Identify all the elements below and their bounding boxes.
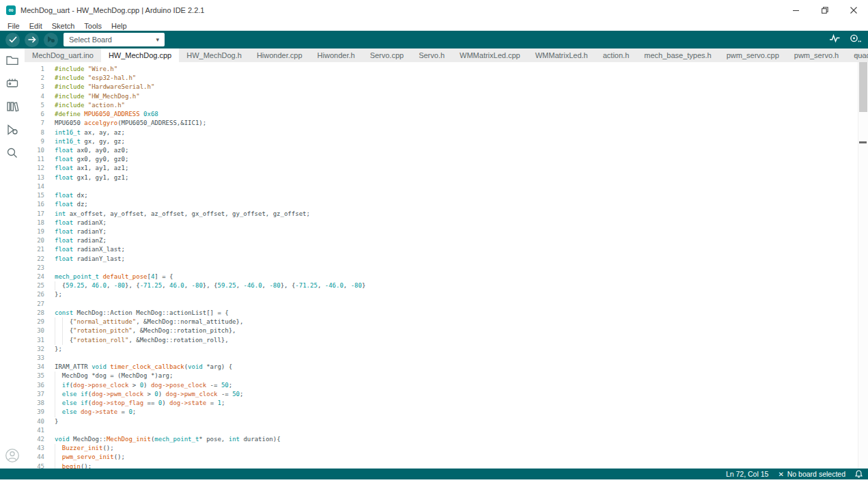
toolbar-right [829, 31, 861, 48]
indent-guide [62, 336, 63, 345]
tab-WMMatrixLed.h[interactable]: WMMatrixLed.h [528, 48, 596, 62]
code-line[interactable]: pwm_servo_init(); [51, 453, 858, 462]
status-bar: Ln 72, Col 15 ✕ No board selected [0, 469, 868, 479]
code-line[interactable]: float radianZ; [51, 236, 858, 245]
code-line[interactable]: #define MPU6050_ADDRESS 0x68 [51, 110, 858, 119]
code-line[interactable]: void MechDog::MechDog_init(mech_point_t*… [51, 435, 858, 444]
serial-monitor-icon[interactable] [849, 33, 861, 46]
scrollbar-thumb[interactable] [859, 62, 867, 112]
tab-action.h[interactable]: action.h [596, 48, 637, 62]
sidebar-item-boards-manager[interactable] [0, 72, 25, 95]
bell-icon [855, 470, 863, 478]
sidebar-item-debugger[interactable] [0, 118, 25, 141]
code-line[interactable]: {"rotation_roll", &MechDog::rotation_rol… [51, 336, 858, 345]
tab-mech_base_types.h[interactable]: mech_base_types.h [636, 48, 718, 62]
code-line[interactable]: Buzzer_init(); [51, 444, 858, 453]
code-line[interactable]: float radianX_last; [51, 245, 858, 254]
tab-Hiwonder.cpp[interactable]: Hiwonder.cpp [249, 48, 310, 62]
code-line[interactable]: else if(dog->pwm_clock > 0) dog->pwm_clo… [51, 390, 858, 399]
line-number: 22 [25, 255, 51, 264]
select-board-dropdown[interactable]: Select Board ▾ [64, 33, 165, 46]
code-line[interactable]: if(dog->pose_clock > 0) dog->pose_clock … [51, 381, 858, 390]
code-line[interactable]: int ax_offset, ay_offset, az_offset, gx_… [51, 210, 858, 219]
debug-button[interactable] [44, 33, 58, 47]
sidebar-item-library-manager[interactable] [0, 95, 25, 118]
minimize-icon[interactable] [782, 0, 811, 20]
code-line[interactable]: {"normal_attitude", &MechDog::normal_att… [51, 318, 858, 326]
code-line[interactable]: float dz; [51, 200, 858, 209]
code-editor[interactable]: 1234567891011121314151617181920212223242… [25, 62, 868, 469]
code-line[interactable]: float gx0, gy0, gz0; [51, 155, 858, 164]
tab-MechDog_uart.ino[interactable]: MechDog_uart.ino [25, 48, 101, 62]
code-line[interactable]: MPU6050 accelgyro(MPU6050_ADDRESS,&IIC1)… [51, 119, 858, 128]
code-line[interactable] [51, 354, 858, 363]
code-line[interactable]: #include "Wire.h" [51, 65, 858, 74]
close-icon[interactable] [839, 0, 868, 20]
code-line[interactable]: IRAM_ATTR void timer_clock_callback(void… [51, 363, 858, 372]
menu-edit[interactable]: Edit [25, 22, 47, 30]
verify-button[interactable] [5, 33, 20, 47]
upload-button[interactable] [25, 33, 39, 47]
code-line[interactable]: #include "action.h" [51, 101, 858, 110]
tab-overflow-button[interactable]: ··· [854, 48, 864, 62]
code-line[interactable] [51, 300, 858, 309]
sidebar-item-sketchbook[interactable] [0, 48, 25, 72]
indent-guide [55, 390, 55, 399]
code-line[interactable]: {59.25, 46.0, -80}, {-71.25, 46.0, -80},… [51, 281, 858, 290]
code-line[interactable]: {"rotation_pitch", &MechDog::rotation_pi… [51, 326, 858, 335]
code-line[interactable]: #include "HW_MechDog.h" [51, 92, 858, 101]
cursor-position[interactable]: Ln 72, Col 15 [726, 470, 768, 478]
menu-tools[interactable]: Tools [79, 22, 107, 30]
code-line[interactable]: float radianY_last; [51, 255, 858, 264]
code-line[interactable]: int16_t ax, ay, az; [51, 128, 858, 137]
editor-scrollbar[interactable] [858, 62, 868, 469]
tab-pwm_servo.cpp[interactable]: pwm_servo.cpp [719, 48, 787, 62]
line-number: 38 [25, 399, 51, 408]
code-line[interactable]: int16_t gx, gy, gz; [51, 137, 858, 146]
tab-Servo.cpp[interactable]: Servo.cpp [363, 48, 412, 62]
toolbar: Select Board ▾ [0, 31, 868, 48]
code-line[interactable]: }; [51, 290, 858, 299]
tab-Hiwonder.h[interactable]: Hiwonder.h [310, 48, 363, 62]
menu-file[interactable]: File [3, 22, 25, 30]
sidebar-item-account[interactable] [0, 444, 25, 467]
board-status[interactable]: ✕ No board selected [778, 470, 845, 478]
code-line[interactable]: #include "HardwareSerial.h" [51, 83, 858, 92]
indent-guide [55, 444, 55, 453]
tab-HW_MechDog.h[interactable]: HW_MechDog.h [179, 48, 249, 62]
indent-guide [55, 408, 55, 417]
code-line[interactable]: else dog->state = 0; [51, 408, 858, 417]
menu-sketch[interactable]: Sketch [47, 22, 80, 30]
tab-WMMatrixLed.cpp[interactable]: WMMatrixLed.cpp [452, 48, 528, 62]
tab-pwm_servo.h[interactable]: pwm_servo.h [787, 48, 846, 62]
code-line[interactable]: #include "esp32-hal.h" [51, 74, 858, 83]
code-line[interactable]: else if(dog->stop_flag == 0) dog->state … [51, 399, 858, 408]
code-line[interactable]: float ax0, ay0, az0; [51, 146, 858, 155]
code-line[interactable] [51, 264, 858, 273]
code-area[interactable]: #include "Wire.h"#include "esp32-hal.h"#… [51, 65, 858, 471]
check-icon [9, 36, 17, 43]
code-line[interactable] [51, 182, 858, 191]
line-number: 14 [25, 182, 51, 191]
tab-Servo.h[interactable]: Servo.h [411, 48, 452, 62]
code-line[interactable]: }; [51, 345, 858, 354]
serial-plotter-icon[interactable] [829, 33, 841, 46]
code-line[interactable]: MechDog *dog = (MechDog *)arg; [51, 372, 858, 380]
code-line[interactable]: float radianY; [51, 227, 858, 236]
indent-guide [62, 326, 63, 335]
notifications-button[interactable] [855, 470, 863, 478]
code-line[interactable] [51, 426, 858, 435]
code-line[interactable]: float ax1, ay1, az1; [51, 164, 858, 173]
restore-icon[interactable] [811, 0, 839, 20]
code-line[interactable]: float dx; [51, 191, 858, 200]
menu-help[interactable]: Help [107, 22, 132, 30]
code-line[interactable]: const MechDog::Action MechDog::actionLis… [51, 309, 858, 318]
code-line[interactable]: float gx1, gy1, gz1; [51, 173, 858, 182]
code-line[interactable]: } [51, 417, 858, 426]
sidebar-item-search[interactable] [0, 141, 25, 165]
line-number: 44 [25, 453, 51, 462]
code-line[interactable]: mech_point_t default_pose[4] = { [51, 273, 858, 281]
tab-HW_MechDog.cpp[interactable]: HW_MechDog.cpp [101, 48, 179, 62]
code-line[interactable]: float radianX; [51, 219, 858, 227]
board-icon [5, 77, 19, 89]
